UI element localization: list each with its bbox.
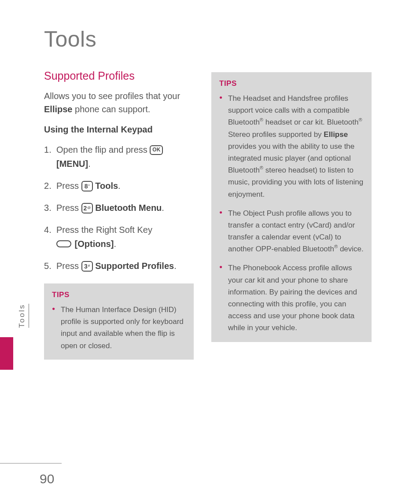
right-column: TIPS The Headset and Handsfree profiles …	[211, 70, 372, 360]
tip-item: The Headset and Handsfree profiles suppo…	[219, 92, 364, 200]
tip-item: The Phonebook Access profile allows your…	[219, 262, 364, 334]
step-bold: Supported Profiles	[95, 261, 174, 271]
step-5: Press 3# Supported Profiles.	[44, 259, 194, 273]
left-column: Supported Profiles Allows you to see pro…	[44, 70, 194, 360]
step-text: Press	[56, 261, 81, 271]
section-heading: Supported Profiles	[44, 70, 194, 82]
step-bold: [MENU]	[56, 159, 88, 169]
step-period: .	[118, 181, 121, 191]
intro-paragraph: Allows you to see profiles that your Ell…	[44, 89, 194, 116]
tip-item: The Human Interface Design (HID) profile…	[52, 304, 186, 352]
tips-title: TIPS	[219, 79, 364, 88]
side-tab-bar	[0, 337, 13, 370]
steps-list: Open the flip and press OK [MENU]. Press…	[44, 143, 194, 273]
step-text: Press	[56, 203, 81, 213]
soft-key-icon	[56, 240, 71, 247]
pagenum-divider	[0, 463, 62, 464]
key-8-icon: 8*	[81, 181, 93, 191]
step-period: .	[88, 159, 91, 169]
step-bold: Bluetooth Menu	[95, 203, 162, 213]
sub-heading: Using the Internal Keypad	[44, 125, 194, 135]
tips-title: TIPS	[52, 291, 186, 299]
intro-text-2: phone can support.	[72, 104, 150, 114]
key-2-icon: 2@	[81, 203, 93, 213]
step-period: .	[162, 203, 164, 213]
step-text: Press the Right Soft Key	[56, 225, 152, 235]
step-period: .	[174, 261, 177, 271]
tips-box-right: TIPS The Headset and Handsfree profiles …	[211, 72, 372, 342]
ok-key-icon: OK	[150, 145, 163, 155]
step-1: Open the flip and press OK [MENU].	[44, 143, 194, 171]
step-bold: Tools	[95, 181, 118, 191]
step-text: Open the flip and press	[56, 145, 150, 155]
step-text: Press	[56, 181, 81, 191]
intro-bold: Ellipse	[44, 104, 72, 114]
tips-box-left: TIPS The Human Interface Design (HID) pr…	[44, 283, 194, 360]
side-tab-label: Tools	[18, 304, 26, 328]
tips-list: The Headset and Handsfree profiles suppo…	[219, 92, 364, 334]
step-4: Press the Right Soft Key [Options].	[44, 223, 194, 251]
tips-list: The Human Interface Design (HID) profile…	[52, 304, 186, 352]
page-number: 90	[40, 471, 54, 486]
intro-text: Allows you to see profiles that your	[44, 91, 180, 101]
step-3: Press 2@ Bluetooth Menu.	[44, 201, 194, 215]
key-3-icon: 3#	[81, 261, 93, 272]
step-bold: [Options]	[75, 239, 114, 249]
step-period: .	[114, 239, 116, 249]
tip-item: The Object Push profile allows you to tr…	[219, 207, 364, 255]
page-title: Tools	[44, 26, 394, 52]
step-2: Press 8* Tools.	[44, 179, 194, 193]
